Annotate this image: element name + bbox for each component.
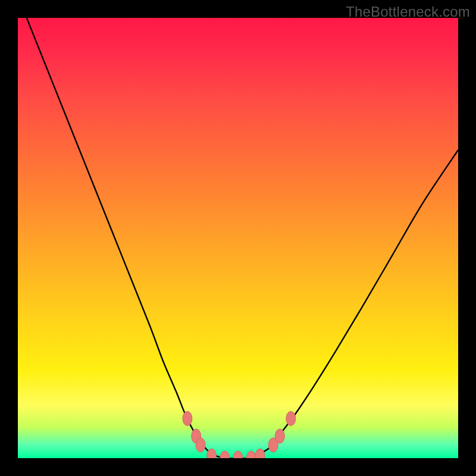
- curve-marker: [255, 449, 265, 458]
- bottleneck-curve-svg: [18, 18, 458, 458]
- curve-marker: [286, 411, 296, 425]
- watermark-text: TheBottleneck.com: [346, 4, 470, 20]
- curve-marker: [246, 451, 256, 458]
- curve-markers: [183, 411, 296, 458]
- curve-marker: [183, 411, 192, 425]
- plot-area: [18, 18, 458, 458]
- curve-marker: [275, 429, 284, 443]
- chart-frame: TheBottleneck.com: [0, 0, 476, 476]
- curve-marker: [220, 451, 230, 458]
- curve-marker: [233, 451, 243, 458]
- curve-marker: [196, 438, 205, 452]
- bottleneck-curve: [27, 18, 458, 458]
